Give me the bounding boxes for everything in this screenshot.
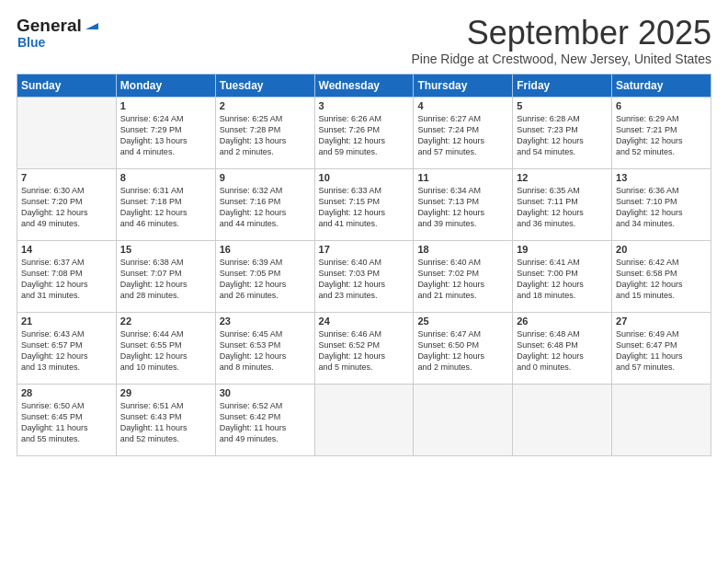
cell-details: Sunrise: 6:31 AMSunset: 7:18 PMDaylight:… xyxy=(120,185,211,230)
title-block: September 2025 Pine Ridge at Crestwood, … xyxy=(411,17,711,66)
logo: General Blue xyxy=(17,17,100,50)
cell-details: Sunrise: 6:52 AMSunset: 6:42 PMDaylight:… xyxy=(220,400,311,445)
calendar-header-row: SundayMondayTuesdayWednesdayThursdayFrid… xyxy=(17,75,711,98)
day-number: 27 xyxy=(616,316,707,327)
cell-details: Sunrise: 6:41 AMSunset: 7:00 PMDaylight:… xyxy=(517,257,608,302)
weekday-header-sunday: Sunday xyxy=(17,75,117,98)
day-number: 20 xyxy=(616,244,707,255)
calendar-cell: 10Sunrise: 6:33 AMSunset: 7:15 PMDayligh… xyxy=(314,169,414,241)
cell-details: Sunrise: 6:37 AMSunset: 7:08 PMDaylight:… xyxy=(21,257,112,302)
day-number: 12 xyxy=(517,172,608,183)
cell-details: Sunrise: 6:33 AMSunset: 7:15 PMDaylight:… xyxy=(319,185,410,230)
weekday-header-friday: Friday xyxy=(513,75,612,98)
cell-details: Sunrise: 6:35 AMSunset: 7:11 PMDaylight:… xyxy=(517,185,608,230)
calendar-cell: 9Sunrise: 6:32 AMSunset: 7:16 PMDaylight… xyxy=(215,169,314,241)
calendar-week-5: 28Sunrise: 6:50 AMSunset: 6:45 PMDayligh… xyxy=(17,385,711,456)
cell-details: Sunrise: 6:25 AMSunset: 7:28 PMDaylight:… xyxy=(220,113,311,158)
day-number: 6 xyxy=(616,100,707,111)
subtitle: Pine Ridge at Crestwood, New Jersey, Uni… xyxy=(411,52,711,66)
cell-details: Sunrise: 6:28 AMSunset: 7:23 PMDaylight:… xyxy=(517,113,608,158)
day-number: 18 xyxy=(417,244,508,255)
cell-details: Sunrise: 6:40 AMSunset: 7:03 PMDaylight:… xyxy=(319,257,410,302)
calendar-cell: 19Sunrise: 6:41 AMSunset: 7:00 PMDayligh… xyxy=(513,241,612,313)
cell-details: Sunrise: 6:26 AMSunset: 7:26 PMDaylight:… xyxy=(319,113,410,158)
day-number: 21 xyxy=(21,316,112,327)
cell-details: Sunrise: 6:49 AMSunset: 6:47 PMDaylight:… xyxy=(616,328,707,373)
logo-blue: Blue xyxy=(17,36,100,50)
day-number: 11 xyxy=(417,172,508,183)
day-number: 3 xyxy=(319,100,410,111)
day-number: 30 xyxy=(220,387,311,398)
cell-details: Sunrise: 6:24 AMSunset: 7:29 PMDaylight:… xyxy=(120,113,211,158)
calendar-cell: 21Sunrise: 6:43 AMSunset: 6:57 PMDayligh… xyxy=(17,313,117,385)
cell-details: Sunrise: 6:45 AMSunset: 6:53 PMDaylight:… xyxy=(220,328,311,373)
calendar-cell: 8Sunrise: 6:31 AMSunset: 7:18 PMDaylight… xyxy=(116,169,215,241)
header: General Blue September 2025 Pine Ridge a… xyxy=(17,17,711,66)
calendar-cell: 7Sunrise: 6:30 AMSunset: 7:20 PMDaylight… xyxy=(17,169,117,241)
cell-details: Sunrise: 6:36 AMSunset: 7:10 PMDaylight:… xyxy=(616,185,707,230)
weekday-header-thursday: Thursday xyxy=(414,75,513,98)
cell-details: Sunrise: 6:46 AMSunset: 6:52 PMDaylight:… xyxy=(319,328,410,373)
calendar-cell: 13Sunrise: 6:36 AMSunset: 7:10 PMDayligh… xyxy=(612,169,711,241)
day-number: 24 xyxy=(319,316,410,327)
cell-details: Sunrise: 6:38 AMSunset: 7:07 PMDaylight:… xyxy=(120,257,211,302)
calendar-cell xyxy=(513,385,612,456)
cell-details: Sunrise: 6:48 AMSunset: 6:48 PMDaylight:… xyxy=(517,328,608,373)
logo-general: General xyxy=(17,17,82,36)
cell-details: Sunrise: 6:29 AMSunset: 7:21 PMDaylight:… xyxy=(616,113,707,158)
calendar-cell: 6Sunrise: 6:29 AMSunset: 7:21 PMDaylight… xyxy=(612,98,711,169)
cell-details: Sunrise: 6:42 AMSunset: 6:58 PMDaylight:… xyxy=(616,257,707,302)
day-number: 14 xyxy=(21,244,112,255)
calendar-cell: 14Sunrise: 6:37 AMSunset: 7:08 PMDayligh… xyxy=(17,241,117,313)
calendar-week-2: 7Sunrise: 6:30 AMSunset: 7:20 PMDaylight… xyxy=(17,169,711,241)
logo-icon xyxy=(84,17,100,33)
cell-details: Sunrise: 6:30 AMSunset: 7:20 PMDaylight:… xyxy=(21,185,112,230)
cell-details: Sunrise: 6:51 AMSunset: 6:43 PMDaylight:… xyxy=(120,400,211,445)
day-number: 13 xyxy=(616,172,707,183)
day-number: 23 xyxy=(220,316,311,327)
cell-details: Sunrise: 6:50 AMSunset: 6:45 PMDaylight:… xyxy=(21,400,112,445)
calendar-cell: 29Sunrise: 6:51 AMSunset: 6:43 PMDayligh… xyxy=(116,385,215,456)
cell-details: Sunrise: 6:27 AMSunset: 7:24 PMDaylight:… xyxy=(417,113,508,158)
day-number: 10 xyxy=(319,172,410,183)
weekday-header-wednesday: Wednesday xyxy=(314,75,414,98)
calendar-cell: 12Sunrise: 6:35 AMSunset: 7:11 PMDayligh… xyxy=(513,169,612,241)
calendar-week-1: 1Sunrise: 6:24 AMSunset: 7:29 PMDaylight… xyxy=(17,98,711,169)
day-number: 17 xyxy=(319,244,410,255)
calendar-cell: 3Sunrise: 6:26 AMSunset: 7:26 PMDaylight… xyxy=(314,98,414,169)
calendar-cell: 25Sunrise: 6:47 AMSunset: 6:50 PMDayligh… xyxy=(414,313,513,385)
calendar-cell: 15Sunrise: 6:38 AMSunset: 7:07 PMDayligh… xyxy=(116,241,215,313)
day-number: 9 xyxy=(220,172,311,183)
calendar-cell: 11Sunrise: 6:34 AMSunset: 7:13 PMDayligh… xyxy=(414,169,513,241)
weekday-header-saturday: Saturday xyxy=(612,75,711,98)
month-title: September 2025 xyxy=(411,17,711,50)
calendar-cell: 5Sunrise: 6:28 AMSunset: 7:23 PMDaylight… xyxy=(513,98,612,169)
cell-details: Sunrise: 6:34 AMSunset: 7:13 PMDaylight:… xyxy=(417,185,508,230)
day-number: 1 xyxy=(120,100,211,111)
calendar-cell: 18Sunrise: 6:40 AMSunset: 7:02 PMDayligh… xyxy=(414,241,513,313)
svg-marker-0 xyxy=(85,23,98,29)
calendar-week-4: 21Sunrise: 6:43 AMSunset: 6:57 PMDayligh… xyxy=(17,313,711,385)
calendar-cell: 26Sunrise: 6:48 AMSunset: 6:48 PMDayligh… xyxy=(513,313,612,385)
day-number: 19 xyxy=(517,244,608,255)
cell-details: Sunrise: 6:44 AMSunset: 6:55 PMDaylight:… xyxy=(120,328,211,373)
day-number: 29 xyxy=(120,387,211,398)
day-number: 2 xyxy=(220,100,311,111)
day-number: 7 xyxy=(21,172,112,183)
day-number: 22 xyxy=(120,316,211,327)
calendar-cell: 27Sunrise: 6:49 AMSunset: 6:47 PMDayligh… xyxy=(612,313,711,385)
day-number: 26 xyxy=(517,316,608,327)
day-number: 16 xyxy=(220,244,311,255)
calendar: SundayMondayTuesdayWednesdayThursdayFrid… xyxy=(17,74,711,456)
cell-details: Sunrise: 6:47 AMSunset: 6:50 PMDaylight:… xyxy=(417,328,508,373)
weekday-header-tuesday: Tuesday xyxy=(215,75,314,98)
day-number: 15 xyxy=(120,244,211,255)
day-number: 28 xyxy=(21,387,112,398)
calendar-cell: 28Sunrise: 6:50 AMSunset: 6:45 PMDayligh… xyxy=(17,385,117,456)
calendar-cell: 23Sunrise: 6:45 AMSunset: 6:53 PMDayligh… xyxy=(215,313,314,385)
calendar-cell xyxy=(314,385,414,456)
day-number: 25 xyxy=(417,316,508,327)
calendar-cell: 24Sunrise: 6:46 AMSunset: 6:52 PMDayligh… xyxy=(314,313,414,385)
day-number: 5 xyxy=(517,100,608,111)
calendar-week-3: 14Sunrise: 6:37 AMSunset: 7:08 PMDayligh… xyxy=(17,241,711,313)
